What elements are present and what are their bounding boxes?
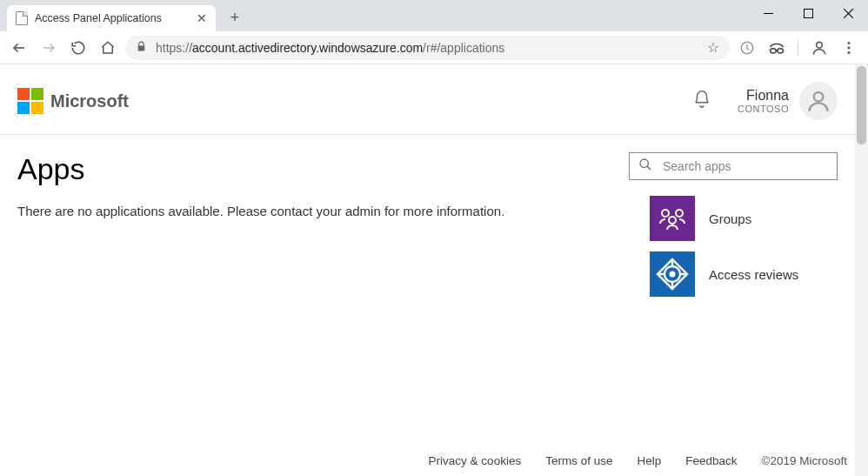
new-tab-button[interactable]: + [223, 5, 247, 30]
footer-link-feedback[interactable]: Feedback [685, 454, 737, 467]
close-window-button[interactable] [828, 0, 868, 26]
address-bar[interactable]: https://account.activedirectory.windowsa… [125, 36, 730, 60]
side-item-label: Groups [709, 211, 751, 226]
separator [798, 40, 798, 56]
brand-name: Microsoft [50, 91, 129, 111]
maximize-button[interactable] [788, 0, 828, 26]
svg-rect-0 [804, 9, 812, 17]
close-tab-icon[interactable]: ✕ [197, 11, 207, 25]
side-item-label: Access reviews [709, 267, 798, 282]
svg-point-10 [662, 210, 669, 217]
svg-point-5 [847, 41, 850, 44]
access-reviews-icon [650, 251, 695, 297]
svg-point-14 [670, 272, 676, 278]
svg-point-7 [847, 50, 850, 53]
groups-icon [650, 196, 695, 241]
search-apps[interactable] [629, 152, 838, 180]
notifications-button[interactable] [692, 90, 711, 112]
main-content: Apps There are no applications available… [17, 152, 608, 307]
svg-point-6 [847, 46, 850, 49]
footer-copyright: ©2019 Microsoft [762, 454, 848, 467]
microsoft-logo[interactable]: Microsoft [17, 88, 129, 114]
side-panel: Groups Access reviews [629, 152, 838, 307]
url-text: https://account.activedirectory.windowsa… [156, 41, 504, 55]
menu-icon[interactable] [837, 36, 861, 60]
footer-link-privacy[interactable]: Privacy & cookies [429, 454, 522, 467]
vertical-scrollbar[interactable] [855, 64, 868, 476]
svg-point-2 [771, 48, 777, 52]
page-icon [16, 11, 28, 25]
page-footer: Privacy & cookies Terms of use Help Feed… [429, 454, 847, 467]
user-name: Fionna [738, 88, 789, 104]
side-link-groups[interactable]: Groups [629, 196, 838, 241]
svg-point-11 [676, 210, 683, 217]
browser-tab[interactable]: Access Panel Applications ✕ [7, 5, 216, 31]
browser-toolbar: https://account.activedirectory.windowsa… [0, 31, 868, 64]
tab-title: Access Panel Applications [35, 12, 191, 24]
incognito-icon[interactable] [765, 36, 789, 60]
search-icon [638, 158, 652, 175]
page-header: Microsoft Fionna CONTOSO [0, 64, 855, 135]
scroll-thumb[interactable] [857, 66, 866, 144]
home-button[interactable] [96, 36, 120, 60]
extension-icon[interactable] [735, 36, 759, 60]
microsoft-logo-icon [17, 88, 43, 114]
back-button[interactable] [7, 36, 31, 60]
footer-link-help[interactable]: Help [637, 454, 661, 467]
svg-point-3 [778, 48, 784, 52]
svg-point-4 [817, 42, 823, 48]
search-input[interactable] [663, 159, 828, 173]
browser-titlebar: Access Panel Applications ✕ + [0, 0, 868, 31]
footer-link-terms[interactable]: Terms of use [545, 454, 612, 467]
svg-point-12 [669, 217, 676, 224]
minimize-button[interactable] [748, 0, 788, 26]
reload-button[interactable] [66, 36, 90, 60]
lock-icon [136, 41, 147, 55]
page-viewport: Microsoft Fionna CONTOSO [0, 64, 868, 476]
svg-point-9 [640, 159, 648, 167]
avatar [799, 82, 838, 120]
side-link-access-reviews[interactable]: Access reviews [629, 251, 838, 297]
page-title: Apps [17, 152, 608, 186]
forward-button[interactable] [37, 36, 61, 60]
bookmark-icon[interactable]: ☆ [707, 39, 719, 56]
user-menu[interactable]: Fionna CONTOSO [738, 82, 838, 120]
svg-point-8 [814, 92, 824, 102]
profile-icon[interactable] [807, 36, 831, 60]
empty-state-message: There are no applications available. Ple… [17, 204, 608, 218]
window-controls [748, 0, 868, 26]
org-name: CONTOSO [738, 104, 789, 114]
